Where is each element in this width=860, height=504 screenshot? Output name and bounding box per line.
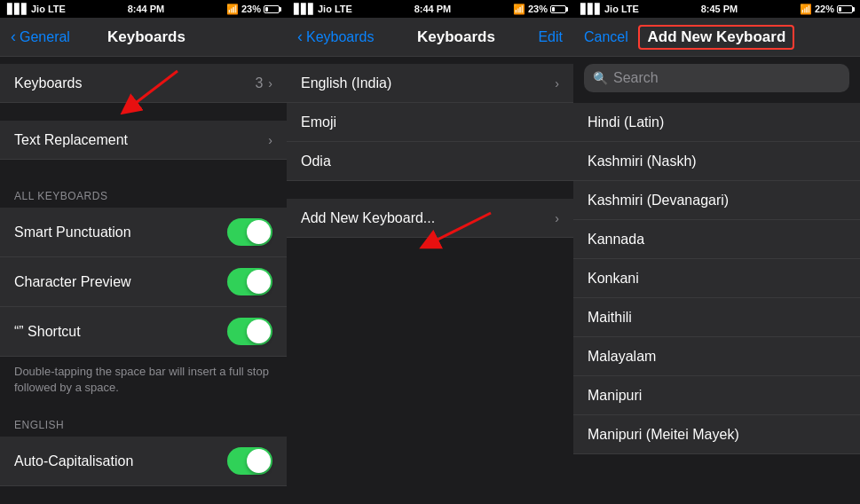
keyboards-chevron: › xyxy=(268,76,272,91)
all-keyboards-header: ALL KEYBOARDS xyxy=(0,177,287,208)
panel-keyboards: ▋▋▋ Jio LTE 8:44 PM 📶 23% ‹ Keyboards Ke… xyxy=(287,0,573,504)
toggle-knob xyxy=(247,220,271,244)
signal-icon-2: ▋▋▋ xyxy=(294,4,315,15)
toggle-knob-3 xyxy=(247,319,271,343)
english-india-chevron: › xyxy=(555,76,559,91)
keyboards-count: 3 xyxy=(255,75,263,91)
auto-cap-item[interactable]: Auto-Capitalisation xyxy=(0,437,287,486)
battery-icon-2 xyxy=(550,5,566,13)
battery-text-2: 23% xyxy=(528,4,548,14)
nav-title-1: Keyboards xyxy=(107,28,185,46)
manipuri-label: Manipuri xyxy=(588,388,642,404)
maithili-label: Maithili xyxy=(588,310,632,326)
carrier-1: ▋▋▋ Jio LTE xyxy=(7,4,66,15)
icons-1: 📶 23% xyxy=(226,4,280,15)
carrier-3: ▋▋▋ Jio LTE xyxy=(580,4,639,15)
odia-item[interactable]: Odia xyxy=(287,142,573,181)
signal-icon-3: ▋▋▋ xyxy=(580,4,602,15)
status-bar-3: ▋▋▋ Jio LTE 8:45 PM 📶 22% xyxy=(573,0,860,18)
keyboards-item[interactable]: Keyboards 3 › xyxy=(0,64,287,103)
text-replacement-label: Text Replacement xyxy=(14,132,128,148)
time-3: 8:45 PM xyxy=(701,4,738,14)
back-button-2[interactable]: ‹ Keyboards xyxy=(297,28,375,46)
keyboards-label: Keyboards xyxy=(14,75,83,91)
hindi-latin-item[interactable]: Hindi (Latin) xyxy=(573,103,860,142)
back-button-1[interactable]: ‹ General xyxy=(11,28,70,46)
kannada-item[interactable]: Kannada xyxy=(573,220,860,259)
nav-title-2: Keyboards xyxy=(417,28,495,46)
smart-punctuation-toggle[interactable] xyxy=(227,218,272,246)
kashmiri-naskh-label: Kashmiri (Naskh) xyxy=(588,154,697,169)
battery-icon-1 xyxy=(264,5,280,13)
malayalam-label: Malayalam xyxy=(588,349,656,365)
status-bar-1: ▋▋▋ Jio LTE 8:44 PM 📶 23% xyxy=(0,0,287,18)
keyboards-right: 3 › xyxy=(255,75,272,91)
nav-bar-1: ‹ General Keyboards xyxy=(0,18,287,57)
shortcut-label: “” Shortcut xyxy=(14,324,81,340)
list-section-1: Keyboards 3 › Text Replacement › ALL KEY… xyxy=(0,57,287,504)
panel-general-keyboards: ▋▋▋ Jio LTE 8:44 PM 📶 23% ‹ General Keyb… xyxy=(0,0,287,504)
shortcut-description: Double-tapping the space bar will insert… xyxy=(0,357,287,406)
keyboard-list: Hindi (Latin) Kashmiri (Naskh) Kashmiri … xyxy=(573,99,860,504)
text-replacement-item[interactable]: Text Replacement › xyxy=(0,121,287,160)
search-placeholder: Search xyxy=(613,70,659,86)
battery-text-1: 23% xyxy=(241,4,261,14)
kannada-label: Kannada xyxy=(588,232,644,248)
add-keyboard-label: Add New Keyboard... xyxy=(301,210,435,226)
toggle-knob-4 xyxy=(247,449,271,473)
wifi-icon-2: 📶 xyxy=(513,4,525,15)
search-icon: 🔍 xyxy=(593,71,608,85)
time-2: 8:44 PM xyxy=(414,4,452,14)
chevron-back-icon-2: ‹ xyxy=(297,28,303,46)
list-section-2: English (India) › Emoji Odia Add New Key… xyxy=(287,57,573,504)
konkani-item[interactable]: Konkani xyxy=(573,259,860,298)
shortcut-item[interactable]: “” Shortcut xyxy=(0,307,287,357)
gap-p2 xyxy=(287,181,573,199)
gap-2 xyxy=(0,160,287,177)
kashmiri-devanagari-item[interactable]: Kashmiri (Devanagari) xyxy=(573,181,860,220)
add-keyboard-chevron: › xyxy=(555,211,559,225)
icons-3: 📶 22% xyxy=(800,4,853,15)
smart-punctuation-item[interactable]: Smart Punctuation xyxy=(0,208,287,257)
carrier-2: ▋▋▋ Jio LTE xyxy=(294,4,352,15)
english-india-item[interactable]: English (India) › xyxy=(287,64,573,103)
cancel-button[interactable]: Cancel xyxy=(584,29,628,45)
english-header: ENGLISH xyxy=(0,406,287,437)
emoji-item[interactable]: Emoji xyxy=(287,103,573,142)
edit-button[interactable]: Edit xyxy=(538,29,563,45)
shortcut-toggle[interactable] xyxy=(227,318,272,345)
toggle-knob-2 xyxy=(247,270,271,294)
text-replacement-chevron: › xyxy=(268,133,272,147)
odia-label: Odia xyxy=(301,154,331,169)
malayalam-item[interactable]: Malayalam xyxy=(573,337,860,376)
manipuri-item[interactable]: Manipuri xyxy=(573,376,860,415)
english-india-label: English (India) xyxy=(301,75,391,91)
time-1: 8:44 PM xyxy=(128,4,165,14)
add-keyboard-item[interactable]: Add New Keyboard... › xyxy=(287,199,573,238)
wifi-icon-3: 📶 xyxy=(800,4,812,15)
maithili-item[interactable]: Maithili xyxy=(573,298,860,337)
emoji-label: Emoji xyxy=(301,114,336,130)
character-preview-toggle[interactable] xyxy=(227,268,272,295)
search-bar[interactable]: 🔍 Search xyxy=(584,64,849,92)
wifi-icon-1: 📶 xyxy=(226,4,239,15)
konkani-label: Konkani xyxy=(588,271,639,287)
hindi-latin-label: Hindi (Latin) xyxy=(588,114,664,130)
signal-icon-1: ▋▋▋ xyxy=(7,4,28,15)
text-replacement-right: › xyxy=(268,133,272,147)
add-keyboard-title: Add New Keyboard xyxy=(638,25,794,50)
battery-text-3: 22% xyxy=(815,4,834,14)
icons-2: 📶 23% xyxy=(513,4,566,15)
kashmiri-naskh-item[interactable]: Kashmiri (Naskh) xyxy=(573,142,860,181)
chevron-back-icon-1: ‹ xyxy=(11,28,16,46)
nav-bar-2: ‹ Keyboards Keyboards Edit xyxy=(287,18,573,57)
gap-1 xyxy=(0,103,287,121)
panel-add-keyboard: ▋▋▋ Jio LTE 8:45 PM 📶 22% Cancel Add New… xyxy=(573,0,860,504)
manipuri-meitei-label: Manipuri (Meitei Mayek) xyxy=(588,427,739,443)
kashmiri-devanagari-label: Kashmiri (Devanagari) xyxy=(588,193,729,209)
battery-icon-3 xyxy=(837,5,853,13)
auto-cap-toggle[interactable] xyxy=(227,447,272,475)
manipuri-meitei-item[interactable]: Manipuri (Meitei Mayek) xyxy=(573,415,860,454)
character-preview-item[interactable]: Character Preview xyxy=(0,257,287,307)
status-bar-2: ▋▋▋ Jio LTE 8:44 PM 📶 23% xyxy=(287,0,573,18)
